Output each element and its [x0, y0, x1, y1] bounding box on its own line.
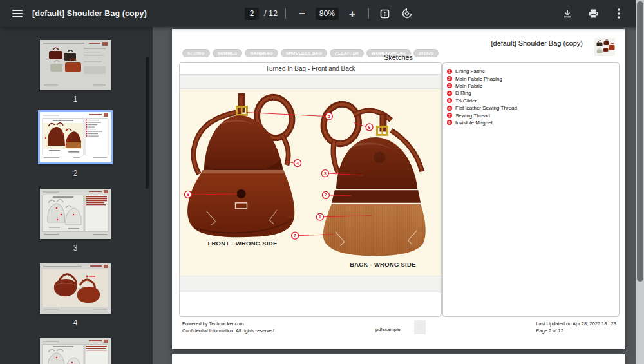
bag-sketch-drawing: 5 6 4 8 3 2 1 7: [180, 89, 441, 276]
legend-item: 4 D Ring: [447, 90, 615, 97]
page-total-label: / 12: [264, 9, 278, 18]
more-options-button[interactable]: [611, 5, 627, 22]
thumbnail-sidebar: 1: [0, 27, 153, 364]
fit-to-page-icon: [379, 8, 390, 19]
sketch-margin-bottom: [180, 276, 441, 292]
legend-number-badge: 7: [447, 113, 452, 118]
sketch-panel: Turned In Bag - Front and Back: [179, 62, 442, 317]
thumbnail-label-1: 1: [40, 95, 111, 104]
legend-item: 5 Tri-Glider: [447, 97, 615, 104]
thumbnail-label-4: 4: [40, 318, 111, 327]
page-5-preview: [40, 338, 111, 364]
callout-2: 2: [325, 192, 327, 198]
thumbnail-page-4: 4: [40, 263, 111, 327]
thumbnail-page-3: 3: [40, 189, 111, 253]
powered-by-text: Powered by Techpacker.com: [182, 320, 276, 327]
thumbnail-image-4[interactable]: [40, 263, 111, 314]
legend-label: Tri-Glider: [455, 98, 477, 104]
legend-label: Flat leather Sewing Thread: [455, 105, 517, 111]
legend-number-badge: 3: [447, 83, 452, 88]
document-header-title: [default] Shoulder Bag (copy): [491, 39, 583, 47]
back-view-label: BACK - WRONG SIDE: [350, 261, 416, 268]
thumbnail-page-1: 1: [40, 40, 111, 104]
menu-icon[interactable]: [9, 5, 26, 22]
viewer-scrollbar-thumb[interactable]: [637, 1, 643, 282]
callout-7: 7: [294, 233, 296, 238]
legend-item: 1 Lining Fabric: [447, 68, 615, 75]
page-4-preview: [40, 263, 111, 314]
legend-label: Main Fabric: [455, 83, 482, 89]
legend-number-badge: 5: [447, 98, 452, 103]
rotate-icon: [401, 8, 413, 19]
sketch-image: 5 6 4 8 3 2 1 7: [180, 89, 441, 276]
footer-placeholder-box: [414, 320, 426, 334]
last-updated-text: Last Updated on Apr 28, 2022 18 : 23: [536, 320, 616, 327]
legend-item: 6 Flat leather Sewing Thread: [447, 104, 615, 111]
legend-number-badge: 8: [447, 120, 452, 125]
toolbar-divider: [285, 8, 286, 19]
legend-label: Lining Fabric: [455, 68, 485, 74]
download-icon: [562, 8, 573, 19]
toolbar-right-controls: [559, 0, 627, 27]
pdf-page-3-edge: [172, 354, 625, 364]
legend-panel: 1 Lining Fabric 2 Main Fabric Phasing 3 …: [442, 62, 620, 317]
toolbar-center-controls: / 12 − 80% +: [245, 0, 415, 27]
kebab-menu-icon: [618, 8, 620, 19]
print-icon: [588, 8, 599, 19]
legend-label: Invisible Magnet: [455, 120, 493, 126]
front-view-label: FRONT - WRONG SIDE: [207, 240, 277, 247]
callout-6: 6: [368, 124, 370, 130]
legend-label: D Ring: [455, 90, 471, 96]
zoom-in-icon: +: [349, 8, 355, 19]
legend-item: 8 Invisible Magnet: [447, 119, 615, 126]
sketch-margin-top: [180, 75, 441, 89]
zoom-level-display[interactable]: 80%: [316, 8, 339, 20]
thumbnail-label-2: 2: [40, 169, 111, 178]
pdf-viewer-area: SPRING SUMMER HANDBAG SHOULDER BAG PLEAT…: [153, 27, 644, 364]
legend-label: Main Fabric Phasing: [455, 76, 502, 82]
page-number-input[interactable]: [245, 8, 259, 20]
document-title: [default] Shoulder Bag (copy): [32, 9, 147, 18]
legend-number-badge: 4: [447, 91, 452, 96]
callout-3: 3: [324, 171, 327, 177]
confidential-text: Confidential Information. All rights res…: [182, 327, 276, 334]
toolbar-divider: [368, 8, 369, 19]
download-button[interactable]: [559, 5, 576, 22]
callout-5: 5: [328, 113, 330, 119]
rotate-button[interactable]: [399, 5, 415, 22]
footer-center-label: pdfexample: [375, 327, 401, 332]
thumbnail-image-1[interactable]: [40, 40, 111, 90]
page-3-preview: [40, 189, 111, 239]
thumbnail-image-5[interactable]: [40, 338, 111, 364]
page-1-preview: [40, 40, 111, 90]
page-info-text: Page 2 of 12: [536, 327, 616, 334]
legend-number-badge: 6: [447, 106, 452, 111]
pdf-page-2: SPRING SUMMER HANDBAG SHOULDER BAG PLEAT…: [172, 29, 625, 349]
callout-8: 8: [187, 191, 189, 197]
sketch-title: Turned In Bag - Front and Back: [180, 63, 441, 75]
viewer-scrollbar-track[interactable]: [636, 0, 644, 364]
zoom-out-button[interactable]: −: [294, 5, 310, 22]
zoom-out-icon: −: [299, 8, 305, 19]
thumbnail-page-5: [40, 338, 111, 364]
sidebar-scrollbar-thumb[interactable]: [146, 57, 149, 189]
legend-item: 7 Sewing Thread: [447, 111, 615, 119]
print-button[interactable]: [585, 5, 601, 22]
thumbnail-label-3: 3: [40, 244, 111, 253]
legend-number-badge: 2: [447, 76, 452, 81]
section-title: Sketches: [172, 53, 625, 61]
callout-1: 1: [319, 214, 321, 220]
pdf-toolbar: [default] Shoulder Bag (copy) / 12 − 80%…: [0, 0, 644, 27]
thumbnail-image-2-selected[interactable]: [38, 110, 113, 164]
page-2-preview: [40, 112, 111, 162]
legend-item: 2 Main Fabric Phasing: [447, 75, 615, 82]
legend-item: 3 Main Fabric: [447, 82, 615, 90]
thumbnail-image-3[interactable]: [40, 189, 111, 239]
fit-to-page-button[interactable]: [377, 5, 393, 22]
legend-number-badge: 1: [447, 69, 452, 74]
legend-label: Sewing Thread: [455, 113, 490, 119]
zoom-in-button[interactable]: +: [344, 5, 361, 22]
thumbnail-page-2: 2: [40, 110, 111, 178]
